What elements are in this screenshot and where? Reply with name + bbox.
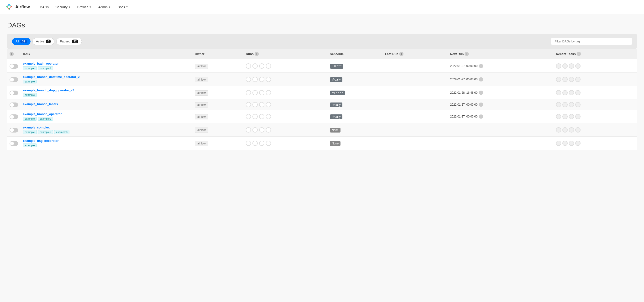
recent-circle[interactable]: [575, 90, 580, 95]
run-circle[interactable]: [266, 102, 271, 107]
recent-circle[interactable]: [575, 127, 580, 133]
dag-name-link[interactable]: example_branch_datetime_operator_2: [23, 75, 190, 79]
dag-tag[interactable]: example: [23, 93, 37, 97]
dag-tag[interactable]: example2: [38, 117, 53, 121]
dag-toggle-switch[interactable]: [10, 114, 18, 119]
runs-info-icon[interactable]: i: [254, 52, 259, 56]
search-input[interactable]: [551, 38, 632, 45]
dag-tag[interactable]: example3: [54, 130, 70, 134]
dag-name-link[interactable]: example_dag_decorator: [23, 139, 190, 143]
run-circle[interactable]: [246, 102, 251, 107]
dag-name-link[interactable]: example_branch_labels: [23, 102, 190, 106]
nav-item-security[interactable]: Security ▼: [52, 3, 73, 11]
nav-link-browse[interactable]: Browse ▼: [74, 3, 94, 11]
dag-tag[interactable]: example: [23, 143, 37, 147]
run-circle[interactable]: [259, 90, 264, 95]
dag-toggle-switch[interactable]: [10, 128, 18, 133]
dag-name-link[interactable]: example_complex: [23, 126, 190, 129]
recent-circle[interactable]: [562, 63, 568, 69]
nav-item-admin[interactable]: Admin ▼: [95, 3, 114, 11]
filter-active-button[interactable]: Active 0: [32, 38, 54, 45]
run-circle[interactable]: [246, 127, 251, 133]
recent-circle[interactable]: [569, 102, 574, 107]
run-circle[interactable]: [259, 102, 264, 107]
recent-circle[interactable]: [575, 77, 580, 82]
run-circle[interactable]: [266, 77, 271, 82]
run-circle[interactable]: [246, 114, 251, 119]
nav-link-security[interactable]: Security ▼: [52, 3, 73, 11]
recent-circle[interactable]: [569, 141, 574, 146]
next-run-info-icon[interactable]: i: [479, 77, 483, 81]
recent-circle[interactable]: [562, 141, 568, 146]
recent-circle[interactable]: [562, 102, 568, 107]
dag-tag[interactable]: example: [23, 80, 37, 83]
run-circle[interactable]: [252, 141, 258, 146]
recent-circle[interactable]: [556, 102, 561, 107]
dag-name-link[interactable]: example_branch_dop_operator_v3: [23, 88, 190, 92]
recent-circle[interactable]: [556, 63, 561, 69]
recent-circle[interactable]: [562, 90, 568, 95]
dag-toggle-switch[interactable]: [10, 91, 18, 95]
recent-circle[interactable]: [562, 114, 568, 119]
next-run-info-icon[interactable]: i: [464, 52, 469, 56]
dag-toggle-switch[interactable]: [10, 141, 18, 146]
recent-circle[interactable]: [575, 141, 580, 146]
recent-circle[interactable]: [569, 77, 574, 82]
run-circle[interactable]: [259, 114, 264, 119]
recent-circle[interactable]: [556, 141, 561, 146]
recent-circle[interactable]: [556, 114, 561, 119]
run-circle[interactable]: [259, 63, 264, 69]
run-circle[interactable]: [246, 77, 251, 82]
recent-circle[interactable]: [562, 77, 568, 82]
recent-circle[interactable]: [569, 90, 574, 95]
run-circle[interactable]: [259, 127, 264, 133]
next-run-info-icon[interactable]: i: [479, 102, 483, 107]
recent-circle[interactable]: [556, 90, 561, 95]
recent-tasks-info-icon[interactable]: i: [577, 52, 581, 56]
run-circle[interactable]: [252, 77, 258, 82]
dag-toggle-switch[interactable]: [10, 102, 18, 107]
recent-circle[interactable]: [569, 114, 574, 119]
brand-logo-link[interactable]: Airflow: [5, 3, 30, 11]
recent-circle[interactable]: [562, 127, 568, 133]
dag-toggle-switch[interactable]: [10, 77, 18, 82]
run-circle[interactable]: [252, 114, 258, 119]
nav-link-dags[interactable]: DAGs: [37, 3, 52, 11]
run-circle[interactable]: [259, 141, 264, 146]
run-circle[interactable]: [266, 63, 271, 69]
run-circle[interactable]: [266, 127, 271, 133]
recent-circle[interactable]: [575, 63, 580, 69]
recent-circle[interactable]: [575, 114, 580, 119]
next-run-info-icon[interactable]: i: [479, 114, 483, 119]
run-circle[interactable]: [259, 77, 264, 82]
nav-item-browse[interactable]: Browse ▼: [74, 3, 94, 11]
run-circle[interactable]: [252, 90, 258, 95]
recent-circle[interactable]: [569, 63, 574, 69]
nav-item-dags[interactable]: DAGs: [37, 3, 52, 11]
next-run-info-icon[interactable]: i: [479, 64, 483, 68]
dag-tag[interactable]: example: [23, 66, 37, 70]
run-circle[interactable]: [266, 90, 271, 95]
dag-tag[interactable]: example: [23, 130, 37, 134]
nav-item-docs[interactable]: Docs ▼: [114, 3, 131, 11]
run-circle[interactable]: [252, 63, 258, 69]
run-circle[interactable]: [246, 63, 251, 69]
info-icon[interactable]: i: [10, 52, 14, 56]
filter-paused-button[interactable]: Paused 32: [56, 38, 82, 45]
dag-tag[interactable]: example2: [38, 66, 53, 70]
recent-circle[interactable]: [575, 102, 580, 107]
recent-circle[interactable]: [556, 77, 561, 82]
run-circle[interactable]: [246, 90, 251, 95]
run-circle[interactable]: [246, 141, 251, 146]
run-circle[interactable]: [266, 141, 271, 146]
dag-toggle-switch[interactable]: [10, 64, 18, 69]
dag-tag[interactable]: example: [23, 117, 37, 121]
run-circle[interactable]: [252, 102, 258, 107]
filter-all-button[interactable]: All 32: [12, 38, 30, 45]
recent-circle[interactable]: [569, 127, 574, 133]
run-circle[interactable]: [252, 127, 258, 133]
dag-name-link[interactable]: example_bash_operator: [23, 62, 190, 65]
dag-tag[interactable]: example2: [38, 130, 53, 134]
recent-circle[interactable]: [556, 127, 561, 133]
next-run-info-icon[interactable]: i: [479, 91, 483, 95]
